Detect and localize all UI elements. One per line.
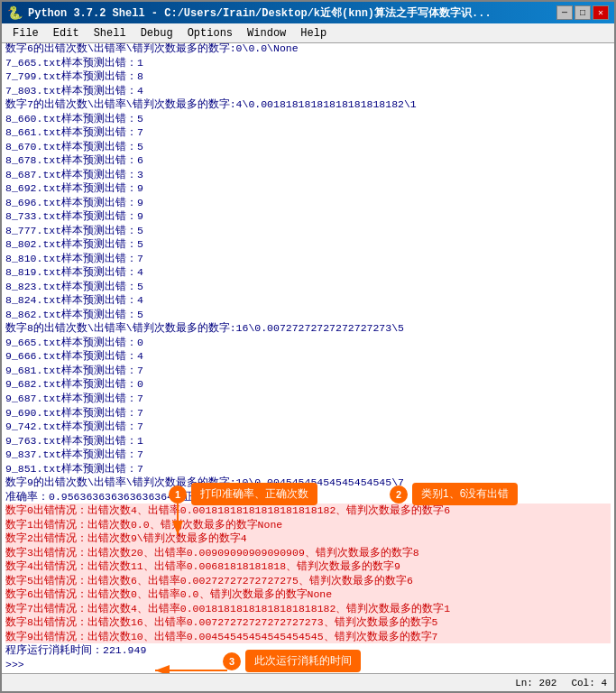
menu-bar: File Edit Shell Debug Options Window Hel…	[2, 23, 614, 43]
terminal-line: 数字4出错情况：出错次数11、出错率0.00681818181818、错判次数最…	[5, 559, 611, 574]
terminal-line: 数字7出错情况：出错次数4、出错率0.001818181818181818181…	[5, 602, 611, 616]
menu-options[interactable]: Options	[180, 25, 240, 42]
menu-shell[interactable]: Shell	[87, 25, 133, 42]
terminal-line: 数字2出错情况：出错次数9\错判次数最多的数字4	[5, 531, 611, 546]
title-bar: 🐍 Python 3.7.2 Shell - C:/Users/Irain/De…	[2, 2, 614, 23]
window-controls: ─ □ ✕	[556, 5, 609, 20]
menu-help[interactable]: Help	[293, 25, 334, 42]
python-icon: 🐍	[7, 5, 23, 21]
minimize-button[interactable]: ─	[556, 5, 573, 20]
terminal-line: 8_692.txt样本预测出错：9	[5, 181, 611, 196]
menu-file[interactable]: File	[5, 25, 46, 42]
status-col: Col: 4	[571, 678, 607, 688]
main-window: 🐍 Python 3.7.2 Shell - C:/Users/Irain/De…	[0, 0, 616, 693]
terminal-line: 9_690.txt样本预测出错：7	[5, 406, 611, 420]
close-button[interactable]: ✕	[593, 5, 609, 20]
content-area: 5_704.txt样本预测出错：05_870.txt样本预测出错：15_871.…	[2, 43, 614, 673]
terminal-line: 数字6出错情况：出错次数0、出错率0.0、错判次数最多的数字None	[5, 587, 611, 602]
terminal-line: 9_742.txt样本预测出错：7	[5, 420, 611, 434]
terminal-line: 7_803.txt样本预测出错：4	[5, 84, 611, 98]
terminal-line: 8_810.txt样本预测出错：7	[5, 252, 611, 266]
terminal-line: 7_665.txt样本预测出错：1	[5, 56, 611, 70]
terminal-line: 数字5出错情况：出错次数6、出错率0.00272727272727275、错判次…	[5, 574, 611, 588]
maximize-button[interactable]: □	[575, 5, 591, 20]
terminal-line: 8_823.txt样本预测出错：5	[5, 280, 611, 294]
menu-window[interactable]: Window	[240, 25, 293, 42]
terminal-line: 7_799.txt样本预测出错：8	[5, 69, 611, 84]
terminal-line: >>>	[5, 658, 611, 672]
terminal-line: 9_681.txt样本预测出错：7	[5, 364, 611, 378]
terminal-line: 9_665.txt样本预测出错：0	[5, 336, 611, 350]
status-bar: Ln: 202 Col: 4	[2, 673, 614, 691]
status-line: Ln: 202	[515, 678, 556, 688]
terminal-line: 数字8的出错次数\出错率\错判次数最多的数字:16\0.007272727272…	[5, 321, 611, 336]
terminal-line: 8_733.txt样本预测出错：9	[5, 209, 611, 224]
terminal-line: 8_824.txt样本预测出错：4	[5, 293, 611, 308]
terminal-line: 8_661.txt样本预测出错：7	[5, 125, 611, 140]
terminal-line: 8_819.txt样本预测出错：4	[5, 265, 611, 280]
title-bar-left: 🐍 Python 3.7.2 Shell - C:/Users/Irain/De…	[7, 5, 492, 21]
terminal-line: 数字3出错情况：出错次数20、出错率0.00909090909090909、错判…	[5, 546, 611, 560]
terminal-line: 8_660.txt样本预测出错：5	[5, 112, 611, 126]
terminal-line: 数字9出错情况：出错次数10、出错率0.00454545454545454545…	[5, 630, 611, 644]
menu-debug[interactable]: Debug	[133, 25, 180, 42]
terminal-line: 9_851.txt样本预测出错：7	[5, 462, 611, 476]
terminal-line: 准确率：0.956363636363636364、正确次数：2104	[5, 490, 611, 504]
terminal-line: 8_670.txt样本预测出错：5	[5, 140, 611, 154]
terminal-line: 9_837.txt样本预测出错：7	[5, 448, 611, 462]
terminal-line: 9_682.txt样本预测出错：0	[5, 377, 611, 392]
terminal-line: 数字8出错情况：出错次数16、出错率0.00727272727272727273…	[5, 615, 611, 630]
terminal-line: 9_666.txt样本预测出错：4	[5, 349, 611, 364]
terminal-output[interactable]: 5_704.txt样本预测出错：05_870.txt样本预测出错：15_871.…	[2, 43, 614, 673]
terminal-line: 数字6的出错次数\出错率\错判次数最多的数字:0\0.0\None	[5, 43, 611, 56]
terminal-line: 8_696.txt样本预测出错：9	[5, 196, 611, 210]
menu-edit[interactable]: Edit	[46, 25, 87, 42]
terminal-line: 8_678.txt样本预测出错：6	[5, 153, 611, 168]
terminal-line: 数字9的出错次数\出错率\错判次数最多的数字:10\0.004545454545…	[5, 476, 611, 490]
terminal-line: 9_763.txt样本预测出错：1	[5, 434, 611, 448]
terminal-line: 8_777.txt样本预测出错：5	[5, 224, 611, 238]
terminal-line: 程序运行消耗时间：221.949	[5, 643, 611, 658]
terminal-line: 8_802.txt样本预测出错：5	[5, 237, 611, 252]
terminal-line: 数字0出错情况：出错次数4、出错率0.001818181818181818181…	[5, 504, 611, 518]
terminal-line: 8_862.txt样本预测出错：5	[5, 308, 611, 322]
window-title: Python 3.7.2 Shell - C:/Users/Irain/Desk…	[28, 5, 492, 21]
terminal-line: 数字1出错情况：出错次数0.0、错判次数最多的数字None	[5, 518, 611, 532]
terminal-line: 9_687.txt样本预测出错：7	[5, 392, 611, 406]
terminal-line: 数字7的出错次数\出错率\错判次数最多的数字:4\0.0018181818181…	[5, 97, 611, 112]
terminal-line: 8_687.txt样本预测出错：3	[5, 168, 611, 182]
